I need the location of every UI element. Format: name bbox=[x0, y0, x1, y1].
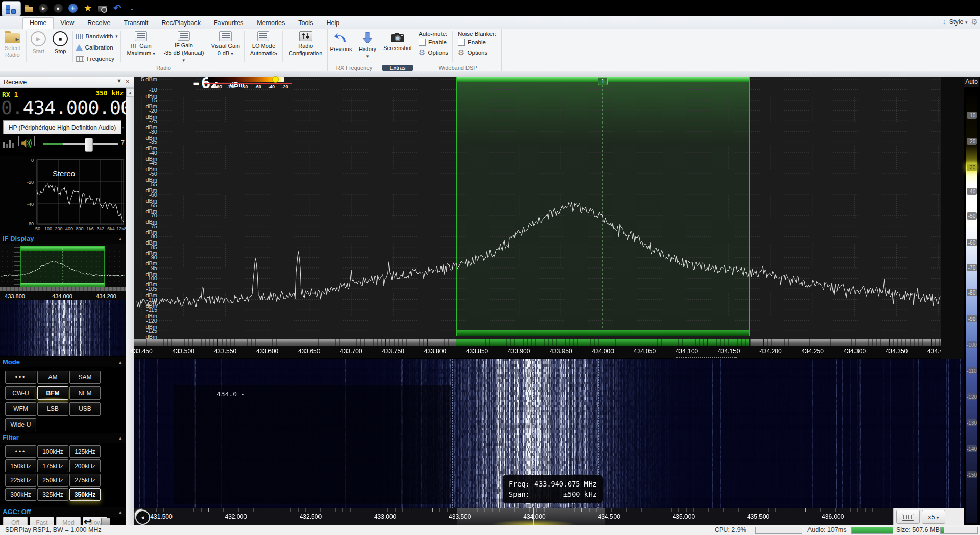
collapse-icon[interactable]: ▴ bbox=[119, 509, 121, 515]
lo-mode-button[interactable]: LO Mode Automatic▾ bbox=[246, 29, 282, 64]
bandwidth-button[interactable]: Bandwidth ▾ bbox=[74, 32, 120, 41]
filter-button-125khz[interactable]: 125kHz bbox=[69, 445, 101, 458]
zoom-x5-button[interactable]: x5▸ bbox=[922, 510, 945, 524]
auto-range-button[interactable]: Auto bbox=[964, 77, 979, 87]
tab-view[interactable]: View bbox=[54, 18, 81, 29]
volume-slider-thumb[interactable] bbox=[85, 138, 93, 152]
mode-header[interactable]: Mode▴ bbox=[0, 357, 126, 367]
scroll-left-button[interactable]: ◄ bbox=[135, 510, 150, 525]
tab-help[interactable]: Help bbox=[320, 18, 346, 29]
noise-blanker-enable-checkbox[interactable]: Enable bbox=[458, 38, 496, 47]
agc-button-off[interactable]: Off bbox=[3, 517, 28, 525]
rf-gain-button[interactable]: RF Gain Maximum ▾ bbox=[122, 29, 159, 64]
back-arrow-icon[interactable]: ↩ bbox=[84, 516, 92, 525]
tab-home[interactable]: Home bbox=[22, 17, 54, 29]
tab-transmit[interactable]: Transmit bbox=[117, 18, 155, 29]
audio-device-select[interactable]: HP (Périphérique High Definition Audio) bbox=[3, 120, 121, 134]
mode-button-wideu[interactable]: Wide-U bbox=[5, 418, 36, 431]
filter-button-300khz[interactable]: 300kHz bbox=[5, 488, 36, 501]
filter-button-350khz[interactable]: 350kHz bbox=[69, 488, 101, 501]
qat-menu-icon[interactable]: ⌄ bbox=[127, 3, 137, 13]
tab-receive[interactable]: Receive bbox=[81, 18, 117, 29]
band-ruler[interactable]: 431.500432.000432.500433.000433.500434.0… bbox=[134, 508, 964, 525]
tab-memories[interactable]: Memories bbox=[250, 18, 291, 29]
auto-mute-options-button[interactable]: ⚙Options bbox=[419, 48, 448, 57]
stop-button[interactable]: ■ Stop bbox=[50, 29, 71, 64]
filter-button-150khz[interactable]: 150kHz bbox=[5, 459, 36, 472]
stop-icon[interactable]: ■ bbox=[53, 3, 63, 13]
filter-header[interactable]: Filter▴ bbox=[0, 433, 126, 443]
filter-button-175khz[interactable]: 175kHz bbox=[37, 459, 68, 472]
favourite-icon[interactable]: ★ bbox=[83, 3, 93, 13]
collapse-ribbon-icon[interactable]: ↕ bbox=[942, 18, 945, 26]
filter-button-225khz[interactable]: 225kHz bbox=[5, 474, 36, 487]
panel-scrollbar[interactable] bbox=[126, 88, 134, 525]
add-icon[interactable]: + bbox=[68, 3, 78, 13]
open-folder-icon[interactable] bbox=[23, 3, 34, 13]
panel-dropdown-icon[interactable]: ▼ bbox=[116, 78, 122, 84]
palette-marker[interactable] bbox=[272, 76, 279, 83]
audio-device-dropdown-icon[interactable]: ▾ bbox=[120, 120, 126, 134]
svg-text:434.200: 434.200 bbox=[96, 293, 116, 299]
mode-button-am[interactable]: AM bbox=[37, 371, 68, 384]
filter-button-325khz[interactable]: 325kHz bbox=[37, 488, 68, 501]
filter-button-[interactable]: ••• bbox=[5, 445, 36, 458]
frequency-tick-label: 434.000 bbox=[585, 348, 621, 355]
mode-button-cwu[interactable]: CW-U bbox=[5, 386, 36, 400]
if-display-header[interactable]: IF Display▴ bbox=[0, 234, 126, 244]
tab-favourites[interactable]: Favourites bbox=[207, 18, 250, 29]
waterfall-display[interactable]: 434.0 - Freq:433.940.075 MHz Span:±500 k… bbox=[134, 359, 964, 508]
collapse-icon[interactable]: ▴ bbox=[119, 236, 121, 241]
mode-button-lsb[interactable]: LSB bbox=[37, 402, 68, 416]
agc-header[interactable]: AGC: Off▴ bbox=[0, 507, 126, 517]
filter-button-250khz[interactable]: 250kHz bbox=[37, 474, 68, 487]
filter-button-100khz[interactable]: 100kHz bbox=[37, 445, 68, 458]
spectrum-display[interactable] bbox=[134, 77, 941, 339]
collapse-icon[interactable]: ▴ bbox=[119, 360, 121, 365]
agc-button-fast[interactable]: Fast bbox=[30, 517, 54, 525]
screenshot-button[interactable]: Screenshot bbox=[382, 29, 413, 64]
panel-close-icon[interactable]: × bbox=[126, 78, 130, 85]
calibration-button[interactable]: Calibration bbox=[74, 43, 120, 52]
noise-blanker-options-button[interactable]: ⚙Options bbox=[458, 48, 496, 57]
spectrum-ruler[interactable] bbox=[134, 339, 941, 346]
undo-icon[interactable]: ↶ bbox=[112, 3, 122, 13]
agc-button-med[interactable]: Med bbox=[56, 517, 81, 525]
filter-button-275khz[interactable]: 275kHz bbox=[69, 474, 101, 487]
history-button[interactable]: History▾ bbox=[356, 29, 379, 64]
rx-marker-flag[interactable]: 1 bbox=[598, 77, 608, 85]
frequency-display[interactable]: 0.434.000.000 bbox=[1, 97, 125, 118]
filter-button-200khz[interactable]: 200kHz bbox=[69, 459, 101, 472]
mode-button-sam[interactable]: SAM bbox=[69, 371, 101, 384]
tag-icon[interactable] bbox=[101, 518, 110, 525]
mode-button-[interactable]: ••• bbox=[5, 371, 36, 384]
scroll-up-icon[interactable]: ▴ bbox=[126, 88, 134, 97]
tab-rec-playback[interactable]: Rec/Playback bbox=[155, 18, 207, 29]
mode-button-usb[interactable]: USB bbox=[69, 402, 101, 416]
tab-tools[interactable]: Tools bbox=[291, 18, 320, 29]
auto-mute-enable-checkbox[interactable]: Enable bbox=[419, 38, 448, 47]
start-icon[interactable]: ▶ bbox=[38, 3, 48, 13]
app-menu-button[interactable] bbox=[2, 1, 21, 16]
select-radio-button[interactable]: SelectRadio bbox=[0, 29, 25, 64]
if-gain-button[interactable]: IF Gain -35 dB (Manual) ▾ bbox=[160, 29, 208, 64]
settings-gear-icon[interactable]: ⚙ bbox=[971, 17, 978, 27]
waterfall-palette-bar[interactable] bbox=[966, 89, 977, 523]
collapse-icon[interactable]: ▴ bbox=[119, 435, 121, 441]
previous-button[interactable]: Previous bbox=[329, 29, 353, 64]
mode-button-nfm[interactable]: NFM bbox=[69, 386, 101, 400]
start-button[interactable]: ▶ Start bbox=[28, 29, 50, 64]
visual-gain-button[interactable]: Visual Gain 0 dB ▾ bbox=[208, 29, 243, 64]
keyboard-entry-button[interactable] bbox=[896, 510, 920, 524]
radio-configuration-button[interactable]: Radio Configuration bbox=[284, 29, 327, 64]
mute-button[interactable] bbox=[18, 136, 35, 151]
screenshot-icon[interactable] bbox=[97, 3, 108, 13]
equalizer-icon[interactable] bbox=[3, 138, 14, 148]
if-display-chart[interactable]: 433.800434.000434.200 bbox=[0, 244, 126, 300]
mode-button-wfm[interactable]: WFM bbox=[5, 402, 36, 416]
if-waterfall[interactable] bbox=[0, 300, 126, 356]
mode-button-bfm[interactable]: BFM bbox=[37, 386, 68, 400]
passband-ruler-segment[interactable] bbox=[456, 339, 750, 346]
style-menu[interactable]: Style ▾ bbox=[949, 18, 968, 26]
frequency-button[interactable]: Frequency bbox=[74, 54, 120, 63]
